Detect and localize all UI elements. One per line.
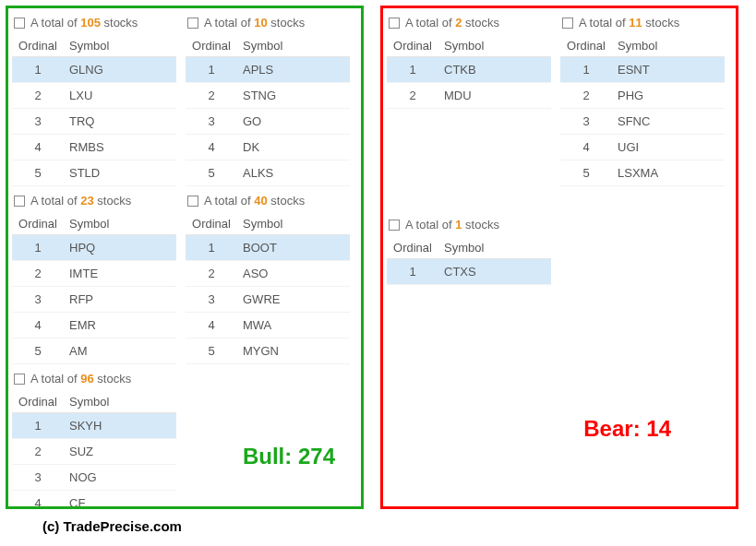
cell-ordinal: 4	[12, 135, 64, 160]
cell-ordinal: 4	[186, 313, 237, 338]
col-ordinal[interactable]: Ordinal	[186, 213, 237, 235]
table-row[interactable]: 2SUZ	[12, 439, 176, 465]
select-checkbox[interactable]	[187, 196, 198, 207]
table-row[interactable]: 5AM	[12, 338, 176, 364]
select-checkbox[interactable]	[14, 18, 25, 29]
table-row[interactable]: 4UGI	[560, 135, 725, 160]
cell-symbol: ALKS	[237, 160, 350, 186]
col-symbol[interactable]: Symbol	[64, 391, 176, 413]
bull-panel: A total of 105 stocksOrdinalSymbol1GLNG2…	[6, 6, 364, 509]
bear-block-0: A total of 2 stocksOrdinalSymbol1CTKB2MD…	[387, 12, 551, 109]
bull-block-0: A total of 105 stocksOrdinalSymbol1GLNG2…	[12, 12, 176, 186]
cell-symbol: UGI	[612, 135, 725, 160]
select-checkbox[interactable]	[14, 374, 25, 385]
stock-table: OrdinalSymbol1HPQ2IMTE3RFP4EMR5AM	[12, 213, 176, 364]
table-row[interactable]: 3GO	[186, 109, 350, 135]
bull-grid: A total of 105 stocksOrdinalSymbol1GLNG2…	[12, 12, 357, 509]
table-row[interactable]: 1APLS	[186, 57, 350, 83]
select-checkbox[interactable]	[389, 18, 400, 29]
col-ordinal[interactable]: Ordinal	[12, 391, 64, 413]
table-row[interactable]: 3GWRE	[186, 287, 350, 313]
bull-summary: Bull: 274	[243, 444, 335, 469]
col-symbol[interactable]: Symbol	[237, 35, 350, 57]
table-row[interactable]: 4EMR	[12, 313, 176, 338]
bear-summary-label: Bear:	[583, 416, 640, 441]
table-row[interactable]: 5ALKS	[186, 160, 350, 186]
bear-grid: A total of 2 stocksOrdinalSymbol1CTKB2MD…	[387, 12, 732, 285]
table-row[interactable]: 4CF	[12, 491, 176, 510]
col-ordinal[interactable]: Ordinal	[12, 213, 64, 235]
cell-ordinal: 5	[12, 160, 64, 186]
cell-ordinal: 3	[12, 109, 64, 135]
cell-symbol: CF	[64, 491, 176, 510]
col-ordinal[interactable]: Ordinal	[387, 35, 438, 57]
select-checkbox[interactable]	[562, 18, 573, 29]
bear-panel: A total of 2 stocksOrdinalSymbol1CTKB2MD…	[380, 6, 738, 509]
cell-symbol: STNG	[237, 83, 350, 109]
table-row[interactable]: 1CTKB	[387, 57, 551, 83]
table-row[interactable]: 5STLD	[12, 160, 176, 186]
cell-symbol: CTKB	[438, 57, 551, 83]
table-row[interactable]: 5LSXMA	[560, 160, 725, 186]
cell-ordinal: 5	[186, 338, 237, 364]
cell-ordinal: 1	[387, 259, 438, 285]
col-symbol[interactable]: Symbol	[612, 35, 725, 57]
bull-block-2: A total of 23 stocksOrdinalSymbol1HPQ2IM…	[12, 190, 176, 364]
cell-ordinal: 4	[186, 135, 237, 160]
table-row[interactable]: 4RMBS	[12, 135, 176, 160]
col-symbol[interactable]: Symbol	[64, 213, 176, 235]
col-symbol[interactable]: Symbol	[438, 35, 551, 57]
cell-symbol: EMR	[64, 313, 176, 338]
table-row[interactable]: 3SFNC	[560, 109, 725, 135]
stock-table: OrdinalSymbol1BOOT2ASO3GWRE4MWA5MYGN	[186, 213, 350, 364]
total-row: A total of 10 stocks	[186, 12, 350, 35]
col-ordinal[interactable]: Ordinal	[387, 237, 438, 259]
table-row[interactable]: 1GLNG	[12, 57, 176, 83]
col-symbol[interactable]: Symbol	[64, 35, 176, 57]
select-checkbox[interactable]	[14, 196, 25, 207]
cell-symbol: MYGN	[237, 338, 350, 364]
table-row[interactable]: 2IMTE	[12, 261, 176, 287]
cell-ordinal: 1	[12, 413, 64, 439]
total-row: A total of 23 stocks	[12, 190, 176, 213]
cell-ordinal: 1	[387, 57, 438, 83]
bull-summary-value: 274	[298, 444, 335, 469]
select-checkbox[interactable]	[389, 220, 400, 231]
cell-symbol: RMBS	[64, 135, 176, 160]
total-text: A total of 2 stocks	[405, 16, 499, 30]
col-ordinal[interactable]: Ordinal	[186, 35, 237, 57]
cell-symbol: HPQ	[64, 235, 176, 261]
bear-summary: Bear: 14	[583, 416, 671, 442]
cell-ordinal: 1	[12, 235, 64, 261]
table-row[interactable]: 1SKYH	[12, 413, 176, 439]
cell-ordinal: 2	[186, 261, 237, 287]
total-text: A total of 40 stocks	[204, 194, 305, 208]
table-row[interactable]: 3TRQ	[12, 109, 176, 135]
table-row[interactable]: 1ESNT	[560, 57, 725, 83]
table-row[interactable]: 4DK	[186, 135, 350, 160]
table-row[interactable]: 2MDU	[387, 83, 551, 109]
cell-symbol: PHG	[612, 83, 725, 109]
table-row[interactable]: 2PHG	[560, 83, 725, 109]
table-row[interactable]: 2ASO	[186, 261, 350, 287]
total-row: A total of 96 stocks	[12, 368, 176, 391]
bull-summary-label: Bull:	[243, 444, 292, 469]
total-text: A total of 96 stocks	[30, 372, 131, 386]
table-row[interactable]: 2LXU	[12, 83, 176, 109]
table-row[interactable]: 5MYGN	[186, 338, 350, 364]
table-row[interactable]: 1HPQ	[12, 235, 176, 261]
table-row[interactable]: 3NOG	[12, 465, 176, 491]
col-symbol[interactable]: Symbol	[438, 237, 551, 259]
stock-table: OrdinalSymbol1GLNG2LXU3TRQ4RMBS5STLD	[12, 35, 176, 186]
select-checkbox[interactable]	[187, 18, 198, 29]
col-ordinal[interactable]: Ordinal	[560, 35, 612, 57]
cell-ordinal: 1	[560, 57, 612, 83]
table-row[interactable]: 2STNG	[186, 83, 350, 109]
table-row[interactable]: 3RFP	[12, 287, 176, 313]
col-symbol[interactable]: Symbol	[237, 213, 350, 235]
col-ordinal[interactable]: Ordinal	[12, 35, 64, 57]
cell-ordinal: 5	[560, 160, 612, 186]
table-row[interactable]: 4MWA	[186, 313, 350, 338]
table-row[interactable]: 1CTXS	[387, 259, 551, 285]
table-row[interactable]: 1BOOT	[186, 235, 350, 261]
